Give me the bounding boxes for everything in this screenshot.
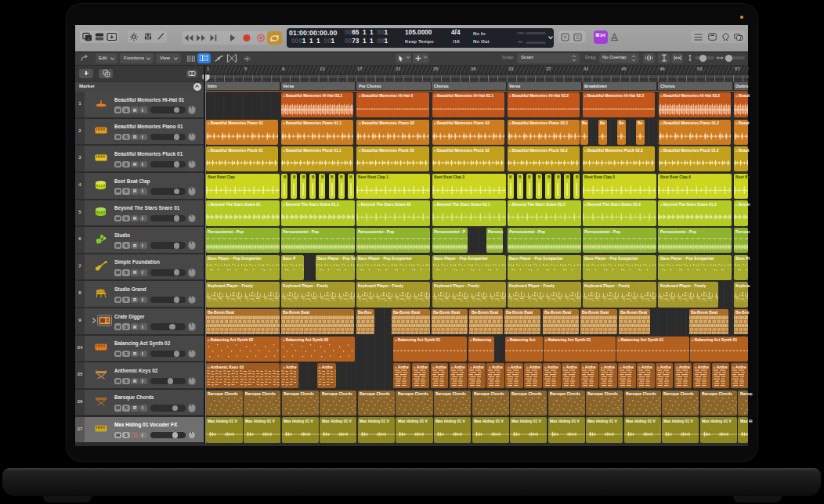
svg-text:♪: ♪ xyxy=(87,36,89,41)
svg-text:S: S xyxy=(576,34,580,40)
